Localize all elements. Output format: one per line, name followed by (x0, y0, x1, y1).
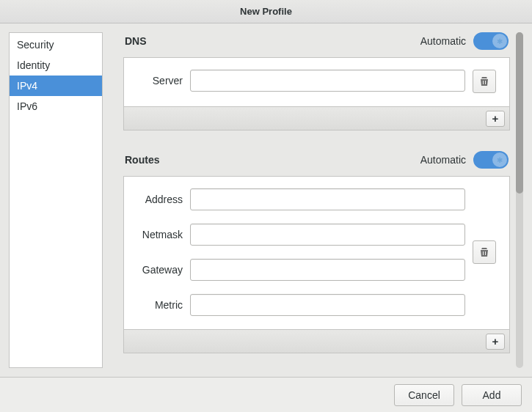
routes-address-input[interactable] (190, 188, 465, 210)
metric-label: Metric (137, 299, 183, 311)
cancel-button[interactable]: Cancel (394, 384, 454, 406)
dns-fields: Server (137, 70, 465, 92)
bottom-bar: Cancel Add (0, 377, 532, 412)
sidebar-item-label: Security (17, 39, 54, 51)
sidebar-item-label: IPv6 (17, 100, 37, 112)
toggle-knob (492, 152, 507, 167)
content-inner: DNS Automatic Server (123, 32, 510, 368)
sidebar-item-security[interactable]: Security (10, 34, 102, 55)
netmask-label: Netmask (137, 229, 183, 240)
server-label: Server (137, 75, 183, 87)
sidebar-item-identity[interactable]: Identity (10, 55, 102, 76)
routes-automatic-label: Automatic (420, 154, 466, 166)
toggle-knob (492, 34, 507, 48)
add-label: Add (483, 389, 501, 401)
routes-netmask-input[interactable] (190, 224, 465, 246)
routes-automatic-wrap: Automatic (420, 151, 509, 169)
routes-metric-input[interactable] (190, 294, 465, 316)
routes-title: Routes (125, 154, 159, 166)
scrollbar-thumb[interactable] (516, 32, 523, 194)
plus-icon: + (492, 335, 499, 347)
trash-icon (478, 76, 490, 87)
sidebar-item-ipv6[interactable]: IPv6 (10, 96, 102, 117)
routes-panel-body: Address Netmask Gateway (124, 177, 509, 329)
dns-title: DNS (125, 35, 147, 47)
address-label: Address (137, 194, 183, 205)
routes-automatic-toggle[interactable] (473, 151, 509, 169)
sidebar-item-ipv4[interactable]: IPv4 (10, 76, 102, 96)
trash-icon (478, 246, 490, 258)
routes-netmask-row: Netmask (137, 224, 465, 246)
dns-server-input[interactable] (190, 70, 465, 92)
routes-gateway-row: Gateway (137, 259, 465, 281)
routes-gateway-input[interactable] (190, 259, 465, 281)
title-bar: New Profile (0, 0, 532, 23)
sidebar-item-label: Identity (17, 59, 50, 71)
content: DNS Automatic Server (123, 32, 523, 368)
gateway-label: Gateway (137, 264, 183, 276)
routes-panel-footer: + (124, 329, 509, 353)
dns-panel-footer: + (124, 106, 509, 130)
cancel-label: Cancel (408, 389, 440, 401)
dns-server-row: Server (137, 70, 465, 92)
routes-delete-button[interactable] (473, 240, 496, 264)
dns-header: DNS Automatic (123, 32, 510, 50)
add-button[interactable]: Add (462, 384, 522, 406)
routes-add-button[interactable]: + (486, 334, 505, 350)
routes-address-row: Address (137, 188, 465, 210)
content-scrollbar[interactable] (516, 32, 523, 368)
dns-section: DNS Automatic Server (123, 32, 510, 130)
main-area: Security Identity IPv4 IPv6 DNS Automati… (0, 23, 532, 377)
dns-automatic-label: Automatic (420, 35, 466, 47)
routes-header: Routes Automatic (123, 151, 510, 169)
plus-icon: + (492, 112, 499, 125)
sidebar: Security Identity IPv4 IPv6 (9, 32, 103, 368)
dns-automatic-wrap: Automatic (420, 32, 509, 50)
dns-delete-button[interactable] (473, 70, 496, 93)
dns-panel: Server + (123, 57, 510, 130)
dns-automatic-toggle[interactable] (473, 32, 509, 50)
dns-add-button[interactable]: + (486, 111, 505, 127)
window-title: New Profile (240, 6, 292, 17)
sidebar-item-label: IPv4 (17, 80, 37, 92)
routes-fields: Address Netmask Gateway (137, 188, 465, 316)
routes-metric-row: Metric (137, 294, 465, 316)
routes-section: Routes Automatic Address (123, 151, 510, 353)
dns-panel-body: Server (124, 58, 509, 106)
routes-panel: Address Netmask Gateway (123, 176, 510, 353)
